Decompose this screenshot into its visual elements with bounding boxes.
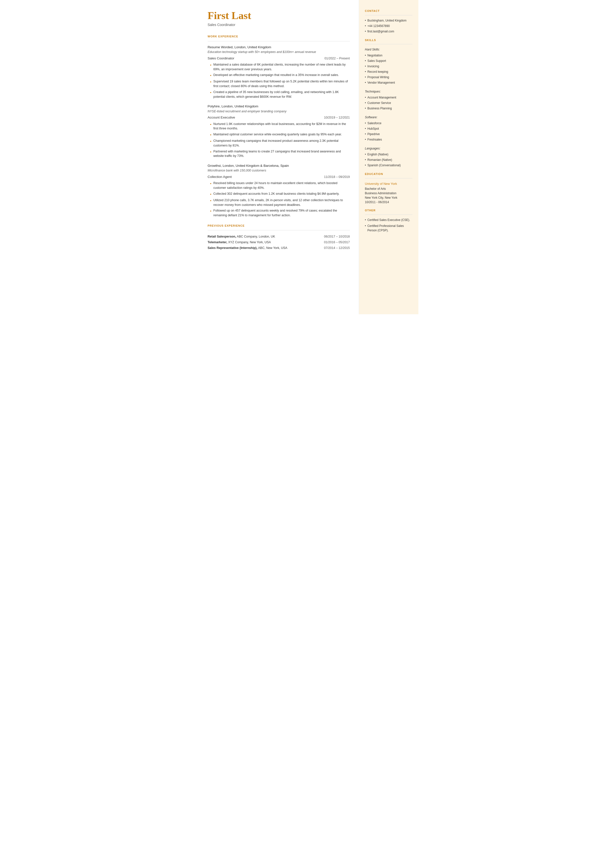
contact-list: Buckingham, United Kingdom +44 123456789…	[365, 18, 412, 34]
hard-skill-1: Negotiation	[365, 53, 412, 57]
skills-section-title: SKILLS	[365, 38, 412, 42]
software-3: Pipedrive	[365, 132, 412, 136]
employer-tagline-1: Education technology startup with 50+ em…	[208, 50, 350, 54]
hard-skill-4: Record keeping	[365, 70, 412, 74]
edu-degree-1: Bachelor of Arts	[365, 186, 412, 191]
edu-field-1: Business Administration	[365, 191, 412, 196]
prev-exp-rest-1: ABC Company, London, UK	[236, 235, 275, 238]
software-1: Salesforce	[365, 121, 412, 126]
bullet-list-3: Resolved billing issues under 24 hours t…	[208, 181, 350, 218]
edu-location-1: New York City, New York	[365, 196, 412, 200]
employer-name-3: Growthsi, London, United Kingdom & Barce…	[208, 163, 350, 168]
employer-name-2: Polyhire, London, United Kingdom	[208, 104, 350, 109]
technique-3: Business Planning	[365, 106, 412, 110]
techniques-label: Techniques:	[365, 89, 412, 94]
bullet-3-4: Followed up on 457 delinquent accounts w…	[210, 208, 350, 218]
job-title-1: Sales Coordinator	[208, 56, 234, 61]
other-list: Certified Sales Executive (CSE). Certifi…	[365, 218, 412, 233]
languages-label: Languages:	[365, 146, 412, 151]
bullet-2-4: Partnered with marketing teams to create…	[210, 149, 350, 158]
prev-exp-row-2: Telemarketer, XYZ Company, New York, USA…	[208, 239, 350, 245]
bullet-3-1: Resolved billing issues under 24 hours t…	[210, 181, 350, 190]
job-row-1: Sales Coordinator 01/2022 – Present	[208, 56, 350, 61]
prev-exp-section-title: PREVIOUS EXPERIENCE	[208, 224, 350, 228]
software-2: HubSpot	[365, 126, 412, 131]
job-dates-3: 11/2018 – 09/2019	[324, 175, 350, 179]
hard-skill-2: Sales Support	[365, 59, 412, 63]
employer-rest-3: London, United Kingdom & Barcelona, Spai…	[222, 164, 289, 168]
hard-skill-5: Proposal Writing	[365, 75, 412, 79]
bullet-2-1: Nurtured 1.9K customer relationships wit…	[210, 122, 350, 131]
bullet-list-1: Maintained a sales database of 6K potent…	[208, 62, 350, 99]
language-2: Romanian (Native)	[365, 158, 412, 162]
hard-skills-list: Negotiation Sales Support Invoicing Reco…	[365, 53, 412, 85]
prev-exp-rest-2: XYZ Company, New York, USA	[227, 241, 271, 244]
contact-item-3: first.last@gmail.com	[365, 29, 412, 34]
prev-exp-dates-2: 01/2016 – 05/2017	[315, 239, 350, 245]
language-1: English (Native)	[365, 152, 412, 157]
job-dates-2: 10/2019 – 12/2021	[324, 115, 350, 120]
job-dates-1: 01/2022 – Present	[324, 56, 350, 61]
sidebar: CONTACT Buckingham, United Kingdom +44 1…	[359, 0, 419, 314]
edu-dates-1: 10/2011 - 06/2014	[365, 200, 412, 204]
education-block-1: University of New York Bachelor of Arts …	[365, 182, 412, 205]
prev-exp-bold-2: Telemarketer,	[208, 241, 228, 244]
language-3: Spanish (Conversational)	[365, 163, 412, 168]
techniques-list: Account Management Customer Service Busi…	[365, 95, 412, 110]
employer-bold-2: Polyhire,	[208, 104, 221, 108]
employer-tagline-2: NYSE-listed recruitment and employer bra…	[208, 109, 350, 114]
languages-list: English (Native) Romanian (Native) Spani…	[365, 152, 412, 168]
job-block-3: Growthsi, London, United Kingdom & Barce…	[208, 163, 350, 218]
prev-exp-dates-1: 06/2017 – 10/2018	[315, 234, 350, 239]
employer-name-1: Resume Worded, London, United Kingdom	[208, 45, 350, 50]
software-label: Software:	[365, 115, 412, 120]
bullet-1-3: Supervised 19 sales team members that fo…	[210, 79, 350, 89]
hard-skill-6: Vendor Management	[365, 81, 412, 85]
employer-rest-2: London, United Kingdom	[220, 104, 258, 108]
education-section-title: EDUCATION	[365, 172, 412, 176]
prev-exp-rest-3: ABC, New York, USA	[257, 246, 287, 250]
technique-2: Customer Service	[365, 101, 412, 105]
prev-exp-row-1: Retail Salesperson, ABC Company, London,…	[208, 234, 350, 239]
bullet-3-3: Utilized 210 phone calls, 3.7K emails, 2…	[210, 198, 350, 207]
employer-tagline-3: Microfinance bank with 150,000 customers	[208, 168, 350, 173]
other-section-title: OTHER	[365, 208, 412, 213]
prev-exp-row-3: Sales Representative (Internship), ABC, …	[208, 245, 350, 251]
prev-exp-title-2: Telemarketer, XYZ Company, New York, USA	[208, 239, 315, 245]
technique-1: Account Management	[365, 95, 412, 100]
prev-exp-divider	[208, 230, 350, 230]
other-item-1: Certified Sales Executive (CSE).	[365, 218, 412, 222]
work-experience-section-title: WORK EXPERIENCE	[208, 34, 350, 39]
resume-page: First Last Sales Coordinator WORK EXPERI…	[196, 0, 419, 314]
job-title-3: Collection Agent	[208, 174, 232, 179]
contact-section-title: CONTACT	[365, 9, 412, 13]
job-block-1: Resume Worded, London, United Kingdom Ed…	[208, 45, 350, 99]
hard-skill-3: Invoicing	[365, 64, 412, 68]
bullet-1-2: Developed an effective marketing campaig…	[210, 73, 350, 78]
main-column: First Last Sales Coordinator WORK EXPERI…	[196, 0, 359, 314]
job-title-2: Account Executive	[208, 115, 235, 120]
prev-exp-title-1: Retail Salesperson, ABC Company, London,…	[208, 234, 315, 239]
bullet-1-4: Created a pipeline of 35 new businesses …	[210, 90, 350, 99]
employer-rest-1: London, United Kingdom	[233, 45, 271, 49]
skills-divider	[365, 44, 412, 44]
job-block-2: Polyhire, London, United Kingdom NYSE-li…	[208, 104, 350, 158]
contact-divider	[365, 15, 412, 16]
prev-exp-title-3: Sales Representative (Internship), ABC, …	[208, 245, 315, 251]
bullet-3-2: Collected 302 delinquent accounts from 1…	[210, 191, 350, 197]
bullet-2-3: Championed marketing campaigns that incr…	[210, 138, 350, 148]
previous-experience-table: Retail Salesperson, ABC Company, London,…	[208, 234, 350, 251]
other-divider	[365, 214, 412, 215]
employer-bold-1: Resume Worded,	[208, 45, 234, 49]
contact-item-2: +44 1234567890	[365, 24, 412, 28]
prev-exp-bold-1: Retail Salesperson,	[208, 235, 236, 238]
contact-item-1: Buckingham, United Kingdom	[365, 18, 412, 23]
job-row-3: Collection Agent 11/2018 – 09/2019	[208, 174, 350, 179]
employer-bold-3: Growthsi,	[208, 164, 222, 168]
hard-skills-label: Hard Skills:	[365, 47, 412, 52]
education-divider	[365, 178, 412, 179]
prev-exp-bold-3: Sales Representative (Internship),	[208, 246, 257, 250]
software-4: Freshsales	[365, 137, 412, 142]
prev-exp-dates-3: 07/2014 – 12/2015	[315, 245, 350, 251]
software-list: Salesforce HubSpot Pipedrive Freshsales	[365, 121, 412, 142]
